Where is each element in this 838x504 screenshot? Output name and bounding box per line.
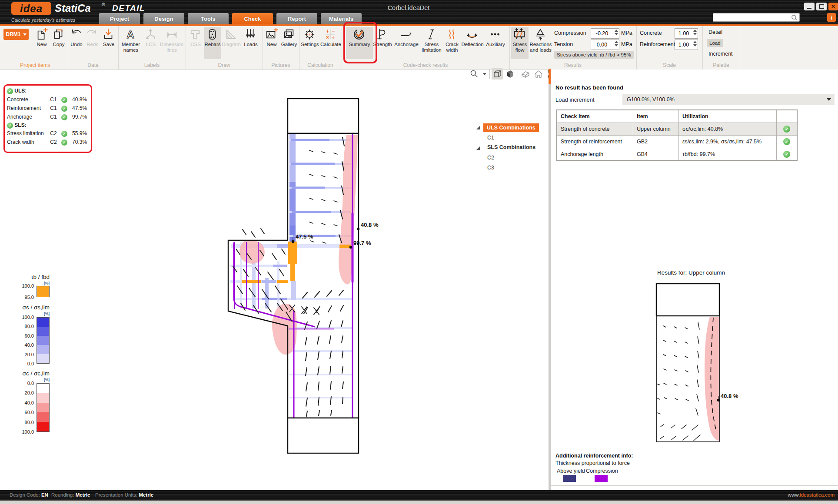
compression-swatch: [595, 475, 608, 482]
anchorage-hook-icon: [400, 27, 413, 42]
check-icon: [61, 106, 67, 112]
reinforcement-scale-input[interactable]: [675, 40, 692, 50]
gear-icon: </>: [303, 27, 316, 42]
spinner[interactable]: [693, 41, 697, 46]
new-project-item-button[interactable]: New: [33, 27, 50, 59]
svg-text:A: A: [126, 29, 134, 40]
tree-item-c3[interactable]: C3: [487, 165, 494, 171]
legend-gradient-blue: [37, 317, 50, 364]
chevron-down-icon: [827, 98, 831, 101]
reactions-loads-button[interactable]: Reactions and loads: [529, 27, 552, 59]
anchorage-button[interactable]: Anchorage: [392, 27, 421, 59]
rounding-status: Rounding: Metric: [51, 492, 90, 497]
rebars-button[interactable]: Rebars: [204, 27, 221, 59]
tab-report[interactable]: Report: [276, 13, 317, 24]
member-names-button[interactable]: A Member names: [119, 27, 143, 59]
canvas-toolbar: [469, 68, 557, 80]
stress-limitation-icon: [425, 27, 438, 42]
legend-title: σs / σs,lim: [17, 304, 50, 311]
loads-button[interactable]: Loads: [242, 27, 260, 59]
minimize-button[interactable]: [804, 3, 815, 10]
legend-title: σc / σc,lim: [17, 370, 50, 377]
wireframe-view-button[interactable]: [492, 68, 503, 80]
tab-design[interactable]: Design: [143, 13, 184, 24]
stress-flow-button[interactable]: Stress flow: [511, 27, 529, 59]
settings-button[interactable]: </> Settings: [300, 27, 320, 59]
auxiliary-button[interactable]: Auxiliary: [483, 27, 508, 59]
solid-view-button[interactable]: [505, 68, 516, 80]
table-row[interactable]: Strength of concrete Upper column σc/σc,…: [557, 123, 797, 136]
ribbon-group-labels: A Member names LCS Dimension lines Label…: [118, 26, 186, 70]
crack-width-icon: [446, 27, 459, 42]
results-panel: No result has been found Load increment …: [551, 70, 838, 490]
svg-text:−: −: [332, 28, 335, 34]
stress-above-yield-toggle[interactable]: Stress above yield: [554, 51, 600, 59]
perspective-view-button[interactable]: [520, 68, 531, 80]
concrete-scale-input[interactable]: [675, 29, 692, 38]
tab-tools[interactable]: Tools: [188, 13, 229, 24]
upper-column-result-plot: 40.8 %: [650, 278, 745, 448]
gallery-button[interactable]: Gallery: [280, 27, 298, 59]
tree-item-sls-combinations[interactable]: SLS Combinations: [487, 144, 535, 150]
tab-project[interactable]: Project: [99, 13, 140, 24]
summary-button[interactable]: Summary: [346, 27, 373, 59]
save-button[interactable]: Save: [101, 27, 116, 59]
reinforcement-scale-label: Reinforcement: [640, 41, 675, 47]
module-name: DETAIL: [112, 3, 145, 13]
design-code-status: Design Code: EN: [10, 492, 48, 497]
copy-button[interactable]: Copy: [50, 27, 67, 59]
ribbon-group-pictures: New Gallery Pictures: [263, 26, 299, 70]
check-icon: [61, 97, 67, 103]
spinner[interactable]: [693, 30, 697, 35]
search-input[interactable]: [713, 13, 800, 22]
tab-check[interactable]: Check: [232, 13, 273, 24]
mini-utilization-label: 40.8 %: [721, 393, 738, 399]
ribbon-group-project-items: DRM1 New Copy Project items: [3, 26, 68, 70]
search-icon: [791, 14, 798, 21]
sls-header: SLS:: [14, 122, 26, 128]
deflection-button[interactable]: Deflection: [462, 27, 482, 59]
compression-field: [591, 28, 619, 39]
ribbon-group-calculation: </> Settings +−×÷ Calculate Calculation: [299, 26, 342, 70]
tension-input[interactable]: [591, 40, 613, 50]
compression-input[interactable]: [591, 29, 613, 38]
spinner[interactable]: [615, 30, 618, 35]
group-label-scale: Scale: [636, 62, 702, 68]
tree-item-uls-combinations[interactable]: ULS Combinations: [483, 123, 539, 132]
table-row[interactable]: Strength of reinforcement GB2 εs/εs,lim:…: [557, 136, 797, 148]
spinner[interactable]: [615, 41, 618, 46]
calculate-button[interactable]: +−×÷ Calculate: [320, 27, 341, 59]
strength-button[interactable]: Strength: [374, 27, 391, 59]
palette-increment-option[interactable]: Increment: [708, 51, 733, 57]
palette-detail-option[interactable]: Detail: [708, 29, 722, 35]
tree-expand-icon[interactable]: [476, 146, 480, 150]
close-button[interactable]: [828, 3, 838, 10]
maximize-button[interactable]: [816, 3, 827, 10]
info-button[interactable]: i: [827, 13, 836, 22]
drm-dropdown-button[interactable]: DRM1: [3, 29, 29, 40]
undo-button[interactable]: Undo: [69, 27, 84, 59]
check-icon: [783, 126, 790, 133]
group-label-draw: Draw: [186, 62, 263, 68]
tb-fbd-toggle[interactable]: τb / fbd > 95%: [597, 51, 634, 59]
stress-limitation-button[interactable]: Stress limitation: [422, 27, 442, 59]
palette-load-option[interactable]: Load: [707, 39, 723, 47]
zoom-dropdown-button[interactable]: [482, 68, 488, 80]
lower-block-outline: [288, 418, 359, 453]
new-picture-button[interactable]: New: [263, 27, 280, 59]
load-increment-label: Load increment: [555, 96, 595, 103]
svg-text:+: +: [326, 28, 329, 34]
ellipsis-icon: [489, 27, 502, 42]
website-link[interactable]: www.ideastatica.com: [788, 492, 835, 497]
table-row[interactable]: Anchorage length GB4 τb/fbd: 99.7%: [557, 148, 797, 161]
home-view-button[interactable]: [533, 68, 544, 80]
tree-item-c2[interactable]: C2: [487, 155, 494, 161]
check-results-table: Check item Item Utilization Strength of …: [556, 109, 798, 161]
crack-width-button[interactable]: Crack width: [442, 27, 462, 59]
load-increment-dropdown[interactable]: G100.0%, V100.0%: [622, 94, 835, 105]
zoom-tool-button[interactable]: [469, 68, 480, 80]
tree-item-c1[interactable]: C1: [487, 135, 494, 141]
chevron-down-icon: [483, 73, 486, 75]
tree-expand-icon[interactable]: [476, 126, 480, 129]
tab-materials[interactable]: Materials: [321, 13, 362, 24]
